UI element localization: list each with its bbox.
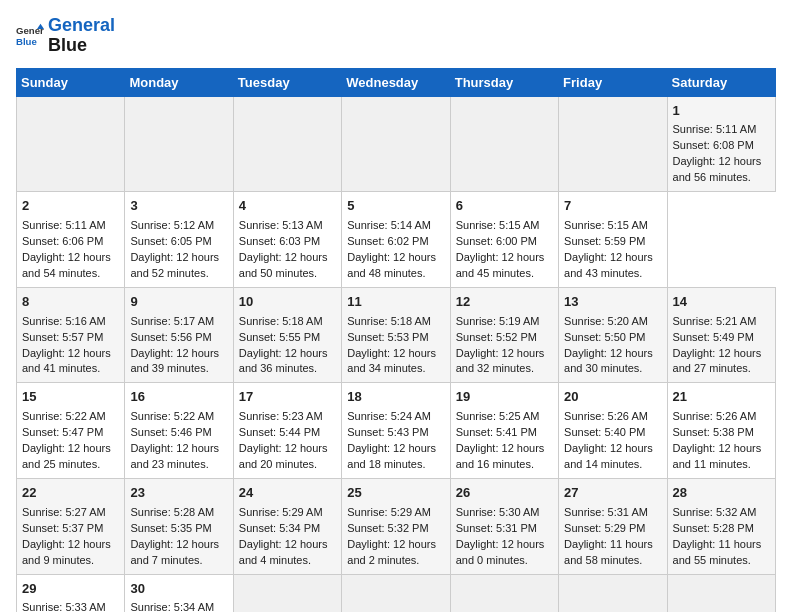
daylight-text: Daylight: 12 hours and 56 minutes.: [673, 155, 762, 183]
daylight-text: Daylight: 12 hours and 34 minutes.: [347, 347, 436, 375]
sunset-text: Sunset: 5:53 PM: [347, 331, 428, 343]
calendar-cell-day-5: 5Sunrise: 5:14 AMSunset: 6:02 PMDaylight…: [342, 192, 450, 288]
sunrise-text: Sunrise: 5:11 AM: [673, 123, 757, 135]
sunrise-text: Sunrise: 5:28 AM: [130, 506, 214, 518]
calendar-cell-empty: [559, 574, 667, 612]
calendar-cell-empty: [342, 574, 450, 612]
day-number: 7: [564, 197, 661, 216]
calendar-cell-day-25: 25Sunrise: 5:29 AMSunset: 5:32 PMDayligh…: [342, 478, 450, 574]
sunrise-text: Sunrise: 5:23 AM: [239, 410, 323, 422]
day-number: 6: [456, 197, 553, 216]
calendar-cell-day-4: 4Sunrise: 5:13 AMSunset: 6:03 PMDaylight…: [233, 192, 341, 288]
day-number: 13: [564, 293, 661, 312]
sunrise-text: Sunrise: 5:31 AM: [564, 506, 648, 518]
calendar-cell-day-11: 11Sunrise: 5:18 AMSunset: 5:53 PMDayligh…: [342, 287, 450, 383]
day-number: 8: [22, 293, 119, 312]
calendar-cell-empty: [233, 96, 341, 192]
daylight-text: Daylight: 12 hours and 41 minutes.: [22, 347, 111, 375]
calendar-header: SundayMondayTuesdayWednesdayThursdayFrid…: [17, 68, 776, 96]
calendar-cell-empty: [233, 574, 341, 612]
sunset-text: Sunset: 5:40 PM: [564, 426, 645, 438]
sunset-text: Sunset: 5:35 PM: [130, 522, 211, 534]
daylight-text: Daylight: 12 hours and 7 minutes.: [130, 538, 219, 566]
sunset-text: Sunset: 5:44 PM: [239, 426, 320, 438]
col-header-tuesday: Tuesday: [233, 68, 341, 96]
sunset-text: Sunset: 6:00 PM: [456, 235, 537, 247]
calendar-week-3: 15Sunrise: 5:22 AMSunset: 5:47 PMDayligh…: [17, 383, 776, 479]
daylight-text: Daylight: 12 hours and 18 minutes.: [347, 442, 436, 470]
sunrise-text: Sunrise: 5:22 AM: [130, 410, 214, 422]
daylight-text: Daylight: 11 hours and 55 minutes.: [673, 538, 762, 566]
daylight-text: Daylight: 12 hours and 11 minutes.: [673, 442, 762, 470]
daylight-text: Daylight: 12 hours and 50 minutes.: [239, 251, 328, 279]
col-header-wednesday: Wednesday: [342, 68, 450, 96]
day-number: 30: [130, 580, 227, 599]
day-number: 9: [130, 293, 227, 312]
sunrise-text: Sunrise: 5:22 AM: [22, 410, 106, 422]
day-number: 5: [347, 197, 444, 216]
day-number: 10: [239, 293, 336, 312]
sunset-text: Sunset: 6:02 PM: [347, 235, 428, 247]
daylight-text: Daylight: 12 hours and 0 minutes.: [456, 538, 545, 566]
sunrise-text: Sunrise: 5:18 AM: [347, 315, 431, 327]
sunrise-text: Sunrise: 5:16 AM: [22, 315, 106, 327]
daylight-text: Daylight: 12 hours and 43 minutes.: [564, 251, 653, 279]
sunset-text: Sunset: 5:28 PM: [673, 522, 754, 534]
calendar-week-5: 29Sunrise: 5:33 AMSunset: 5:26 PMDayligh…: [17, 574, 776, 612]
calendar-cell-day-27: 27Sunrise: 5:31 AMSunset: 5:29 PMDayligh…: [559, 478, 667, 574]
day-number: 25: [347, 484, 444, 503]
logo-name: GeneralBlue: [48, 16, 115, 56]
daylight-text: Daylight: 12 hours and 39 minutes.: [130, 347, 219, 375]
calendar-cell-day-10: 10Sunrise: 5:18 AMSunset: 5:55 PMDayligh…: [233, 287, 341, 383]
logo-icon: General Blue: [16, 22, 44, 50]
sunset-text: Sunset: 5:57 PM: [22, 331, 103, 343]
daylight-text: Daylight: 12 hours and 4 minutes.: [239, 538, 328, 566]
calendar-cell-day-15: 15Sunrise: 5:22 AMSunset: 5:47 PMDayligh…: [17, 383, 125, 479]
sunrise-text: Sunrise: 5:15 AM: [564, 219, 648, 231]
day-number: 19: [456, 388, 553, 407]
sunset-text: Sunset: 6:06 PM: [22, 235, 103, 247]
calendar-cell-day-16: 16Sunrise: 5:22 AMSunset: 5:46 PMDayligh…: [125, 383, 233, 479]
calendar-cell-day-29: 29Sunrise: 5:33 AMSunset: 5:26 PMDayligh…: [17, 574, 125, 612]
day-number: 15: [22, 388, 119, 407]
calendar-cell-day-3: 3Sunrise: 5:12 AMSunset: 6:05 PMDaylight…: [125, 192, 233, 288]
sunrise-text: Sunrise: 5:32 AM: [673, 506, 757, 518]
sunrise-text: Sunrise: 5:13 AM: [239, 219, 323, 231]
day-number: 18: [347, 388, 444, 407]
daylight-text: Daylight: 12 hours and 32 minutes.: [456, 347, 545, 375]
col-header-saturday: Saturday: [667, 68, 775, 96]
sunrise-text: Sunrise: 5:34 AM: [130, 601, 214, 612]
sunrise-text: Sunrise: 5:14 AM: [347, 219, 431, 231]
daylight-text: Daylight: 12 hours and 23 minutes.: [130, 442, 219, 470]
calendar-cell-day-20: 20Sunrise: 5:26 AMSunset: 5:40 PMDayligh…: [559, 383, 667, 479]
day-number: 16: [130, 388, 227, 407]
sunset-text: Sunset: 5:29 PM: [564, 522, 645, 534]
daylight-text: Daylight: 12 hours and 20 minutes.: [239, 442, 328, 470]
daylight-text: Daylight: 12 hours and 14 minutes.: [564, 442, 653, 470]
sunrise-text: Sunrise: 5:11 AM: [22, 219, 106, 231]
calendar-cell-empty: [559, 96, 667, 192]
calendar-cell-day-2: 2Sunrise: 5:11 AMSunset: 6:06 PMDaylight…: [17, 192, 125, 288]
calendar-cell-day-8: 8Sunrise: 5:16 AMSunset: 5:57 PMDaylight…: [17, 287, 125, 383]
col-header-friday: Friday: [559, 68, 667, 96]
day-number: 24: [239, 484, 336, 503]
sunrise-text: Sunrise: 5:12 AM: [130, 219, 214, 231]
daylight-text: Daylight: 12 hours and 54 minutes.: [22, 251, 111, 279]
calendar-cell-day-19: 19Sunrise: 5:25 AMSunset: 5:41 PMDayligh…: [450, 383, 558, 479]
daylight-text: Daylight: 12 hours and 27 minutes.: [673, 347, 762, 375]
calendar-cell-day-22: 22Sunrise: 5:27 AMSunset: 5:37 PMDayligh…: [17, 478, 125, 574]
day-number: 11: [347, 293, 444, 312]
daylight-text: Daylight: 12 hours and 45 minutes.: [456, 251, 545, 279]
calendar-cell-day-28: 28Sunrise: 5:32 AMSunset: 5:28 PMDayligh…: [667, 478, 775, 574]
daylight-text: Daylight: 12 hours and 25 minutes.: [22, 442, 111, 470]
sunrise-text: Sunrise: 5:18 AM: [239, 315, 323, 327]
col-header-thursday: Thursday: [450, 68, 558, 96]
sunrise-text: Sunrise: 5:25 AM: [456, 410, 540, 422]
sunrise-text: Sunrise: 5:33 AM: [22, 601, 106, 612]
calendar-cell-day-14: 14Sunrise: 5:21 AMSunset: 5:49 PMDayligh…: [667, 287, 775, 383]
svg-text:Blue: Blue: [16, 36, 37, 47]
sunset-text: Sunset: 5:32 PM: [347, 522, 428, 534]
calendar-cell-day-18: 18Sunrise: 5:24 AMSunset: 5:43 PMDayligh…: [342, 383, 450, 479]
calendar-week-0: 1Sunrise: 5:11 AMSunset: 6:08 PMDaylight…: [17, 96, 776, 192]
calendar-cell-day-24: 24Sunrise: 5:29 AMSunset: 5:34 PMDayligh…: [233, 478, 341, 574]
